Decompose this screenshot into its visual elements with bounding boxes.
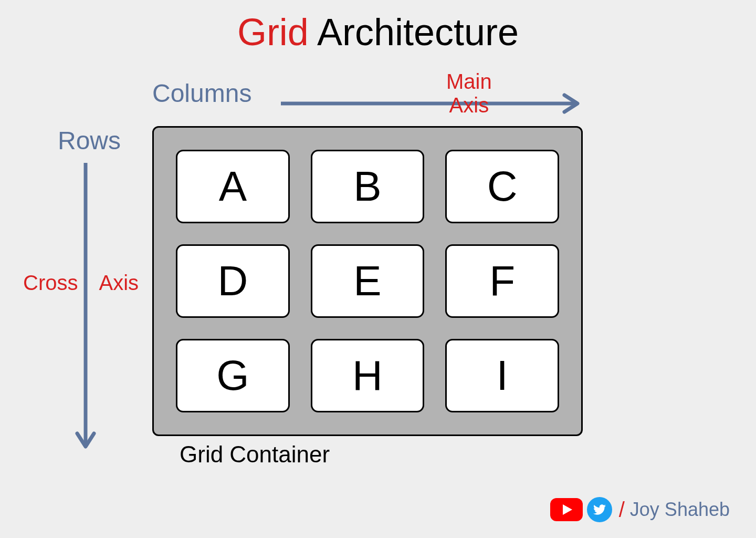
grid-item-a: A	[176, 150, 290, 223]
cross-axis-arrow-icon	[75, 163, 96, 452]
grid-item-e: E	[311, 244, 425, 318]
grid-container-label: Grid Container	[180, 441, 330, 468]
grid-item-f: F	[445, 244, 559, 318]
grid-item-d: D	[176, 244, 290, 318]
rows-label: Rows	[58, 126, 121, 155]
grid-item-c: C	[445, 150, 559, 223]
credits: / Joy Shaheb	[550, 497, 730, 522]
main-axis-line1: Main	[446, 70, 492, 93]
cross-axis-right: Axis	[99, 271, 139, 294]
grid-item-g: G	[176, 339, 290, 412]
grid-item-b: B	[311, 150, 425, 223]
title-accent-word: Grid	[237, 11, 309, 53]
main-axis-arrow-icon	[281, 93, 583, 114]
main-axis-line2: Axis	[449, 94, 489, 117]
cross-axis-label: CrossAxis	[23, 271, 139, 295]
cross-axis-left: Cross	[23, 271, 78, 294]
title-rest: Architecture	[309, 11, 519, 53]
credits-slash: /	[619, 498, 625, 522]
diagram-title: Grid Architecture	[0, 11, 756, 54]
credits-name: Joy Shaheb	[630, 499, 730, 521]
youtube-icon	[550, 498, 583, 521]
twitter-icon	[587, 497, 612, 522]
main-axis-label: Main Axis	[446, 70, 492, 117]
columns-label: Columns	[152, 79, 251, 108]
grid-item-i: I	[445, 339, 559, 412]
grid-container: A B C D E F G H I	[152, 126, 583, 436]
grid-item-h: H	[311, 339, 425, 412]
